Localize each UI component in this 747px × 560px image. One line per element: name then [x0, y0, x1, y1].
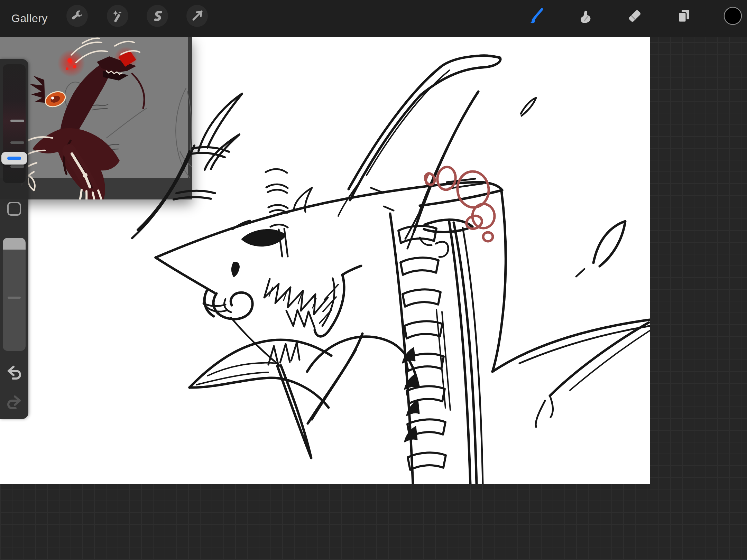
sketch-guide-circle: [483, 232, 493, 241]
brush-size-slider[interactable]: [3, 64, 26, 183]
undo-icon: [4, 363, 24, 382]
color-swatch: [723, 6, 743, 26]
slider-tick: [10, 141, 24, 144]
opacity-slider[interactable]: [3, 238, 26, 351]
erase-tool-button[interactable]: [624, 5, 645, 27]
magic-wand-icon: [111, 9, 124, 23]
adjustments-button[interactable]: [107, 5, 128, 27]
s-curve-icon: [150, 9, 164, 23]
modify-button[interactable]: [7, 202, 21, 216]
undo-button[interactable]: [4, 363, 24, 382]
reference-image-window[interactable]: [0, 37, 192, 199]
smudge-tool-button[interactable]: [574, 5, 596, 27]
transform-button[interactable]: [186, 5, 208, 27]
selection-button[interactable]: [147, 5, 168, 27]
redo-button[interactable]: [4, 392, 24, 412]
smudge-finger-icon: [576, 7, 594, 25]
eraser-icon: [626, 7, 644, 25]
slider-tick: [10, 120, 24, 122]
brush-icon: [527, 7, 545, 25]
slider-tick: [8, 297, 21, 299]
arrow-cursor-icon: [190, 9, 204, 23]
opacity-handle[interactable]: [3, 238, 26, 250]
brush-size-handle[interactable]: [1, 152, 27, 165]
paint-tool-button[interactable]: [525, 5, 547, 27]
actions-button[interactable]: [66, 5, 88, 27]
reference-art: [0, 37, 192, 199]
color-swatch-button[interactable]: [722, 5, 744, 27]
redo-icon: [4, 392, 24, 412]
slider-tick: [10, 165, 24, 168]
sidebar-tool-panel: [0, 59, 28, 419]
top-toolbar: Gallery: [0, 0, 747, 37]
gallery-button[interactable]: Gallery: [11, 0, 48, 37]
layers-icon: [675, 7, 693, 25]
procreate-workspace: Gallery: [0, 0, 747, 560]
wrench-icon: [70, 9, 84, 23]
brush-size-value-bar: [7, 157, 21, 160]
layers-button[interactable]: [673, 5, 694, 27]
